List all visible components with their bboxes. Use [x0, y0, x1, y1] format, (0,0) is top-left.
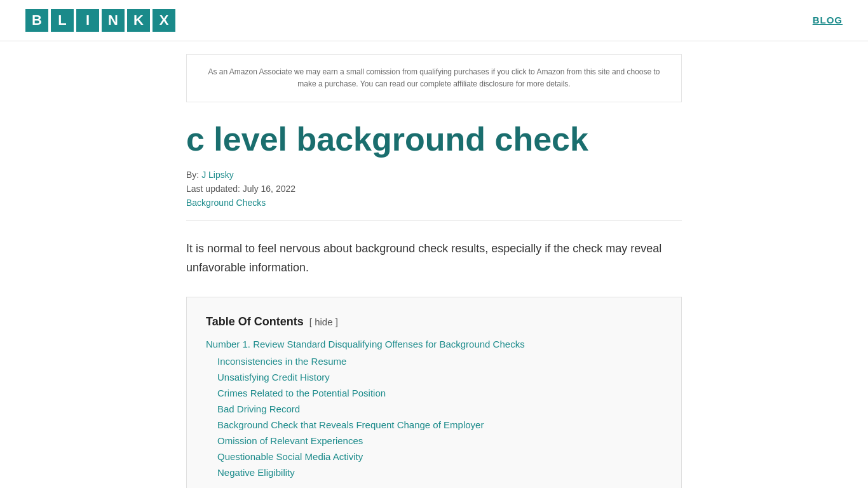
toc-heading: Table Of Contents [ hide ]: [206, 315, 662, 329]
logo-letter: N: [102, 9, 125, 32]
toc-sub-item[interactable]: Crimes Related to the Potential Position: [206, 388, 662, 398]
by-label: By:: [186, 170, 199, 180]
main-nav: BLOG: [813, 15, 843, 26]
toc-sub-item[interactable]: Unsatisfying Credit History: [206, 372, 662, 383]
toc-sub-item[interactable]: Questionable Social Media Activity: [206, 451, 662, 462]
logo-letter: B: [25, 9, 48, 32]
toc-sub-item[interactable]: Inconsistencies in the Resume: [206, 356, 662, 367]
toc-sub-item[interactable]: Bad Driving Record: [206, 403, 662, 414]
toc-sub-item[interactable]: Negative Eligibility: [206, 467, 662, 478]
table-of-contents: Table Of Contents [ hide ] Number 1. Rev…: [186, 297, 682, 488]
intro-paragraph: It is normal to feel nervous about backg…: [186, 239, 682, 278]
toc-hide-toggle[interactable]: [ hide ]: [307, 316, 338, 327]
article-category-link[interactable]: Background Checks: [186, 198, 682, 208]
toc-title: Table Of Contents: [206, 315, 304, 328]
blog-nav-link[interactable]: BLOG: [813, 15, 843, 25]
toc-sub-item[interactable]: Background Check that Reveals Frequent C…: [206, 419, 662, 430]
main-content: As an Amazon Associate we may earn a sma…: [161, 41, 707, 488]
toc-sub-item[interactable]: Omission of Relevant Experiences: [206, 435, 662, 446]
site-logo[interactable]: BLINKX: [25, 9, 175, 32]
article-meta: By: J Lipsky: [186, 170, 682, 180]
logo-letter: I: [76, 9, 99, 32]
toc-sub-items-container: Inconsistencies in the ResumeUnsatisfyin…: [206, 356, 662, 478]
logo-letter: X: [153, 9, 175, 32]
toc-hide-link[interactable]: [ hide ]: [309, 316, 338, 327]
article-title: c level background check: [186, 121, 682, 158]
site-header: BLINKX BLOG: [0, 0, 868, 41]
logo-letter: L: [51, 9, 74, 32]
affiliate-text: As an Amazon Associate we may earn a sma…: [208, 67, 660, 88]
logo-letter: K: [127, 9, 150, 32]
article-divider: [186, 220, 682, 221]
toc-main-item[interactable]: Number 1. Review Standard Disqualifying …: [206, 339, 662, 349]
article-date: Last updated: July 16, 2022: [186, 184, 682, 194]
author-link[interactable]: J Lipsky: [201, 170, 234, 180]
affiliate-notice: As an Amazon Associate we may earn a sma…: [186, 54, 682, 102]
